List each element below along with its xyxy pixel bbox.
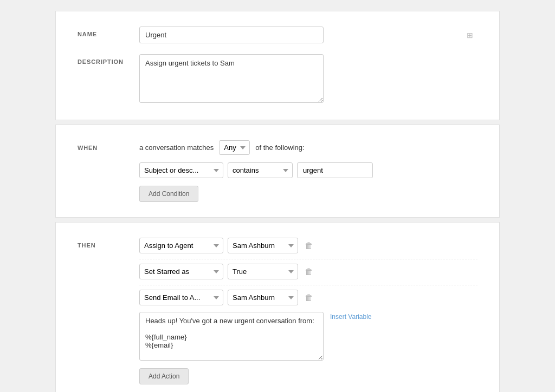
when-section: WHEN a conversation matches Any All of t…	[55, 125, 500, 218]
action2-type-select[interactable]: Set Starred as	[139, 264, 223, 279]
description-row: DESCRIPTION Assign urgent tickets to Sam	[78, 54, 477, 104]
then-row: THEN Assign to Agent Sam Ashburn 🗑	[78, 238, 477, 384]
then-content: Assign to Agent Sam Ashburn 🗑 Set Starre…	[139, 238, 477, 384]
when-label: WHEN	[78, 140, 126, 151]
description-textarea[interactable]: Assign urgent tickets to Sam	[139, 54, 324, 103]
action3-value-select[interactable]: Sam Ashburn	[228, 290, 298, 305]
action3-type-select[interactable]: Send Email to A...	[139, 290, 223, 305]
condition-row: Subject or desc... contains	[139, 162, 477, 178]
description-content: Assign urgent tickets to Sam	[139, 54, 477, 104]
add-action-button[interactable]: Add Action	[139, 368, 189, 384]
action1-value-select[interactable]: Sam Ashburn	[228, 238, 298, 253]
insert-variable-link[interactable]: Insert Variable	[330, 313, 371, 321]
when-intro-text: a conversation matches	[139, 143, 214, 152]
page-container: NAME ⊞ DESCRIPTION Assign urgent tickets…	[55, 11, 500, 392]
when-intro-row: a conversation matches Any All of the fo…	[139, 140, 477, 155]
action-row-3: Send Email to A... Sam Ashburn 🗑	[139, 290, 477, 305]
condition-field-select[interactable]: Subject or desc...	[139, 162, 223, 178]
when-content: a conversation matches Any All of the fo…	[139, 140, 477, 202]
email-body-textarea[interactable]: Heads up! You've got a new urgent conver…	[139, 312, 324, 361]
separator-1	[139, 259, 477, 259]
then-label: THEN	[78, 238, 126, 249]
name-row: NAME ⊞	[78, 27, 477, 43]
then-section: THEN Assign to Agent Sam Ashburn 🗑	[55, 222, 500, 392]
separator-2	[139, 285, 477, 285]
grid-icon: ⊞	[467, 31, 473, 40]
action1-delete-icon[interactable]: 🗑	[302, 239, 315, 253]
of-following-text: of the following:	[255, 143, 304, 152]
name-description-section: NAME ⊞ DESCRIPTION Assign urgent tickets…	[55, 11, 500, 120]
action2-value-select[interactable]: True	[228, 264, 298, 279]
condition-operator-select[interactable]: contains	[228, 162, 293, 178]
description-label: DESCRIPTION	[78, 54, 126, 65]
name-input-wrapper: ⊞	[139, 27, 477, 43]
name-input[interactable]	[139, 27, 324, 43]
action-row-2: Set Starred as True 🗑	[139, 264, 477, 279]
when-row: WHEN a conversation matches Any All of t…	[78, 140, 477, 202]
add-condition-button[interactable]: Add Condition	[139, 186, 198, 202]
action1-type-select[interactable]: Assign to Agent	[139, 238, 223, 253]
action-row-1: Assign to Agent Sam Ashburn 🗑	[139, 238, 477, 253]
email-body-row: Heads up! You've got a new urgent conver…	[139, 311, 477, 361]
action2-delete-icon[interactable]: 🗑	[302, 265, 315, 279]
name-content: ⊞	[139, 27, 477, 43]
name-label: NAME	[78, 27, 126, 37]
condition-value-input[interactable]	[297, 162, 373, 178]
match-any-select[interactable]: Any All	[219, 140, 250, 155]
action3-delete-icon[interactable]: 🗑	[302, 291, 315, 305]
